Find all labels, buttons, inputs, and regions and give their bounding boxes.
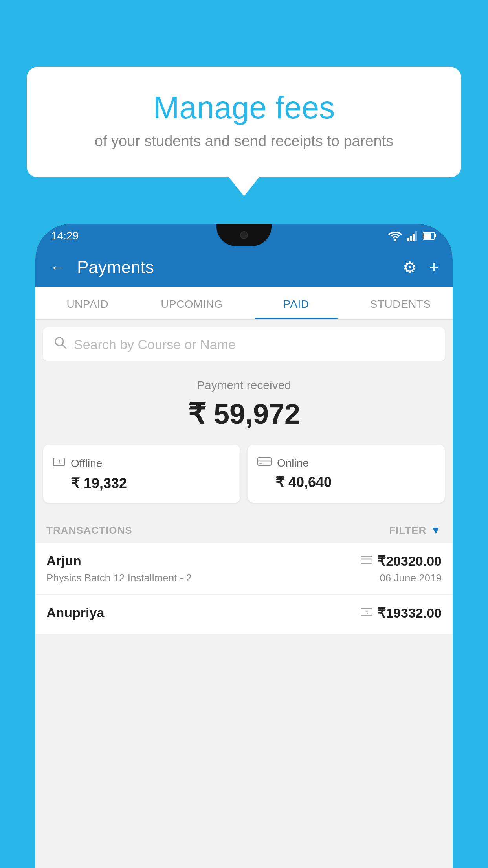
transaction-course: Physics Batch 12 Installment - 2 (46, 572, 192, 584)
table-row[interactable]: Arjun ₹20320.00 Physics Batch 12 Install… (35, 543, 453, 595)
transaction-name: Arjun (46, 553, 81, 568)
svg-rect-1 (407, 238, 409, 241)
bubble-subtitle: of your students and send receipts to pa… (46, 133, 442, 150)
search-icon (54, 336, 67, 353)
transaction-amount: ₹19332.00 (377, 605, 442, 621)
status-time: 14:29 (51, 230, 79, 242)
online-label: Online (277, 457, 309, 469)
filter-icon: ▼ (430, 524, 442, 537)
transaction-amount: ₹20320.00 (377, 553, 442, 569)
tab-unpaid[interactable]: UNPAID (35, 287, 140, 319)
svg-rect-3 (413, 234, 415, 241)
phone-frame: 14:29 (35, 224, 453, 868)
online-amount: ₹ 40,640 (275, 474, 435, 491)
payment-summary: Payment received ₹ 59,972 (35, 361, 453, 445)
online-card: Online ₹ 40,640 (248, 445, 445, 503)
payment-cards: ₹ Offline ₹ 19,332 (35, 445, 453, 515)
back-button[interactable]: ← (50, 258, 66, 277)
offline-label: Offline (71, 457, 102, 470)
tab-upcoming[interactable]: UPCOMING (140, 287, 244, 319)
bubble-title: Manage fees (46, 90, 442, 125)
card-payment-icon (361, 555, 372, 567)
filter-button[interactable]: FILTER ▼ (389, 524, 442, 537)
phone-content: ← Payments ⚙ + UNPAID UPCOMING PAID STUD… (35, 248, 453, 868)
battery-icon (423, 230, 437, 241)
speech-bubble: Manage fees of your students and send re… (27, 67, 461, 177)
settings-icon[interactable]: ⚙ (403, 258, 417, 276)
search-placeholder: Search by Course or Name (74, 337, 236, 352)
filter-label: FILTER (389, 524, 426, 537)
search-bar[interactable]: Search by Course or Name (43, 327, 445, 361)
offline-amount: ₹ 19,332 (71, 475, 231, 492)
svg-text:₹: ₹ (365, 610, 368, 614)
tab-students[interactable]: STUDENTS (349, 287, 453, 319)
transaction-amount-wrap: ₹20320.00 (361, 553, 442, 569)
app-content: Search by Course or Name Payment receive… (35, 320, 453, 868)
tab-bar: UNPAID UPCOMING PAID STUDENTS (35, 287, 453, 320)
add-icon[interactable]: + (429, 259, 438, 276)
camera (240, 231, 248, 239)
svg-rect-7 (424, 233, 431, 239)
transaction-amount-wrap: ₹ ₹19332.00 (361, 605, 442, 621)
tab-paid[interactable]: PAID (244, 287, 349, 319)
svg-line-9 (62, 345, 66, 348)
transaction-date: 06 June 2019 (380, 572, 442, 584)
svg-rect-13 (258, 460, 271, 462)
svg-rect-6 (435, 234, 436, 237)
svg-rect-14 (259, 463, 262, 464)
svg-text:₹: ₹ (57, 459, 61, 465)
table-row[interactable]: Anupriya ₹ ₹19332.00 (35, 595, 453, 634)
wifi-icon (388, 230, 402, 241)
offline-icon: ₹ (53, 456, 65, 471)
svg-rect-16 (361, 558, 372, 560)
header-actions: ⚙ + (403, 258, 438, 276)
online-icon (257, 456, 272, 470)
transaction-name: Anupriya (46, 605, 104, 620)
status-icons (388, 230, 437, 241)
svg-rect-4 (415, 231, 417, 241)
payment-total-amount: ₹ 59,972 (35, 397, 453, 430)
signal-icon (407, 230, 418, 241)
transactions-label: TRANSACTIONS (46, 524, 132, 537)
svg-point-0 (394, 239, 396, 241)
svg-rect-2 (410, 236, 412, 241)
offline-card: ₹ Offline ₹ 19,332 (43, 445, 240, 503)
header-title: Payments (77, 257, 403, 277)
transactions-header: TRANSACTIONS FILTER ▼ (35, 515, 453, 543)
cash-payment-icon: ₹ (361, 607, 372, 619)
payment-received-label: Payment received (35, 379, 453, 392)
app-header: ← Payments ⚙ + (35, 248, 453, 287)
